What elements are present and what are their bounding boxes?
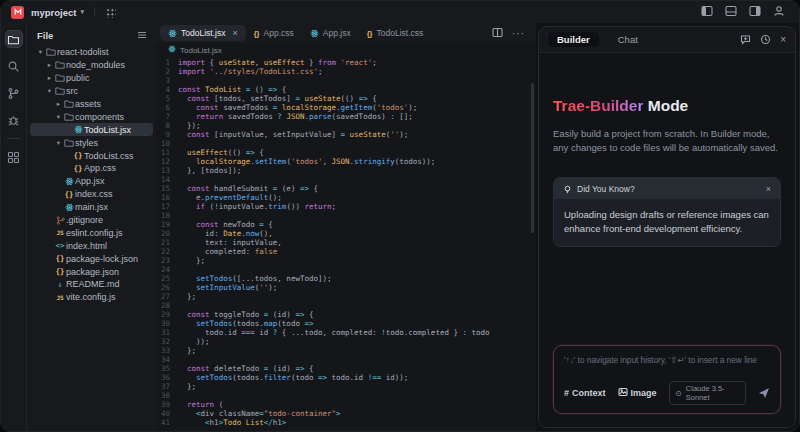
model-selector[interactable]: ⊙ Claude 3.5-Sonnet: [669, 381, 746, 405]
folder-icon: [45, 48, 57, 56]
code-line: 10: [156, 139, 536, 148]
apps-grid-icon[interactable]: [105, 7, 116, 18]
title-rest-part: Mode: [643, 97, 688, 114]
code-line: 31 todo.id === id ? { ...todo, completed…: [156, 328, 536, 337]
chevron-expanded-icon[interactable]: ▾: [36, 48, 45, 56]
braces-file-icon: {}: [54, 267, 66, 276]
tree-item-package-json[interactable]: {}package.json: [30, 265, 153, 278]
tree-item-label: public: [66, 73, 90, 83]
editor-scrollbar[interactable]: [531, 83, 534, 233]
tree-item-index-css[interactable]: {}index.css: [30, 188, 153, 201]
tree-item-index-html[interactable]: <>index.html: [30, 239, 153, 252]
dismiss-tip-icon[interactable]: ×: [766, 184, 771, 194]
close-panel-icon[interactable]: ×: [780, 34, 786, 45]
collapse-folders-icon[interactable]: [137, 26, 147, 44]
line-number: 22: [156, 247, 178, 256]
assistant-header: Builder Chat ×: [539, 27, 795, 52]
activity-files-icon[interactable]: [5, 30, 23, 48]
breadcrumb[interactable]: TodoList.jsx: [156, 43, 536, 57]
toggle-right-panel-icon[interactable]: [749, 3, 761, 21]
code-line: 5 const [todos, setTodos] = useState(() …: [156, 94, 536, 103]
model-icon: ⊙: [676, 389, 682, 398]
chevron-collapsed-icon[interactable]: ▸: [45, 74, 54, 82]
more-actions-icon[interactable]: ···: [512, 28, 525, 39]
code-editor[interactable]: TodoList.jsx×{}App.cssApp.jsx{}TodoList.…: [156, 23, 536, 431]
code-area[interactable]: 1import { useState, useEffect } from 're…: [156, 57, 536, 431]
code-line: 41 <h1>Todo List</h1>: [156, 418, 536, 427]
tree-item-app-jsx[interactable]: App.jsx: [30, 175, 153, 188]
line-number: 15: [156, 184, 178, 193]
tree-item-eslint-config-js[interactable]: JSeslint.config.js: [30, 226, 153, 239]
project-switcher[interactable]: myproject ▾: [31, 7, 84, 18]
tree-item-assets[interactable]: ▸assets: [30, 98, 153, 111]
close-icon[interactable]: ×: [232, 28, 237, 38]
line-number: 40: [156, 409, 178, 418]
image-button[interactable]: Image: [618, 387, 657, 399]
activity-bar: [1, 23, 26, 431]
line-number: 38: [156, 391, 178, 400]
tree-item-components[interactable]: ▾components: [30, 110, 153, 123]
activity-search-icon[interactable]: [5, 57, 23, 75]
folder-icon: [63, 113, 75, 121]
line-number: 31: [156, 328, 178, 337]
chevron-collapsed-icon[interactable]: ▸: [54, 100, 63, 108]
app-logo-icon[interactable]: [11, 6, 24, 19]
assistant-content: Trae-Builder Mode Easily build a project…: [539, 52, 795, 427]
image-label: Image: [631, 388, 657, 398]
tree-item-label: README.md: [66, 279, 120, 289]
tree-item-main-jsx[interactable]: main.jsx: [30, 201, 153, 214]
code-line: 26 setInputValue('');: [156, 283, 536, 292]
explorer-title: File: [37, 30, 53, 41]
tree-item-label: node_modules: [66, 60, 125, 70]
split-editor-icon[interactable]: [492, 24, 503, 42]
tree-item-public[interactable]: ▸public: [30, 72, 153, 85]
line-number: 39: [156, 400, 178, 409]
react-file-icon: [72, 125, 84, 134]
code-line: 27 };: [156, 292, 536, 301]
chevron-expanded-icon[interactable]: ▾: [54, 113, 63, 121]
editor-tab-todolist-css[interactable]: {}TodoList.css: [359, 25, 432, 41]
line-number: 32: [156, 337, 178, 346]
tree-item-todolist-css[interactable]: {}TodoList.css: [30, 149, 153, 162]
tree-item-styles[interactable]: ▾styles: [30, 136, 153, 149]
line-number: 37: [156, 382, 178, 391]
tree-item-readme-md[interactable]: ↓README.md: [30, 278, 153, 291]
tree-item-label: src: [66, 86, 78, 96]
editor-tab-app-jsx[interactable]: App.jsx: [302, 25, 359, 41]
tab-chat[interactable]: Chat: [609, 32, 647, 47]
activity-debug-icon[interactable]: [5, 111, 23, 129]
user-account-icon[interactable]: [773, 3, 785, 21]
tree-item--gitignore[interactable]: .gitignore: [30, 214, 153, 227]
code-line: 15 const handleSubmit = (e) => {: [156, 184, 536, 193]
history-icon[interactable]: [760, 31, 771, 49]
tree-item-label: App.css: [84, 163, 116, 173]
editor-tab-app-css[interactable]: {}App.css: [246, 25, 302, 41]
activity-source-control-icon[interactable]: [5, 84, 23, 102]
tree-item-label: assets: [75, 99, 101, 109]
tree-item-label: index.css: [75, 189, 113, 199]
tab-builder[interactable]: Builder: [548, 32, 599, 47]
tree-item-node-modules[interactable]: ▸node_modules: [30, 59, 153, 72]
tree-item-todolist-jsx[interactable]: TodoList.jsx: [30, 123, 153, 136]
toggle-bottom-panel-icon[interactable]: [725, 3, 737, 21]
context-button[interactable]: #Context: [564, 388, 606, 398]
tree-item-app-css[interactable]: {}App.css: [30, 162, 153, 175]
code-line: 14: [156, 175, 536, 184]
tree-item-react-todolist[interactable]: ▾react-todolist: [30, 46, 153, 59]
send-button[interactable]: [758, 387, 770, 399]
new-chat-icon[interactable]: [740, 31, 751, 49]
code-line: 13 }, [todos]);: [156, 166, 536, 175]
editor-tab-todolist-jsx[interactable]: TodoList.jsx×: [160, 25, 246, 41]
tree-item-vite-config-js[interactable]: JSvite.config.js: [30, 291, 153, 304]
code-line: 19 const newTodo = {: [156, 220, 536, 229]
line-number: 18: [156, 211, 178, 220]
tree-item-package-lock-json[interactable]: {}package-lock.json: [30, 252, 153, 265]
activity-extensions-icon[interactable]: [5, 148, 23, 166]
toggle-left-panel-icon[interactable]: [701, 3, 713, 21]
chevron-collapsed-icon[interactable]: ▸: [45, 61, 54, 69]
chevron-expanded-icon[interactable]: ▾: [45, 87, 54, 95]
line-number: 7: [156, 112, 178, 121]
tree-item-src[interactable]: ▾src: [30, 85, 153, 98]
chat-input-box[interactable]: '↑↓' to navigate input history, '⇧↵' to …: [553, 345, 781, 414]
chevron-expanded-icon[interactable]: ▾: [54, 139, 63, 147]
